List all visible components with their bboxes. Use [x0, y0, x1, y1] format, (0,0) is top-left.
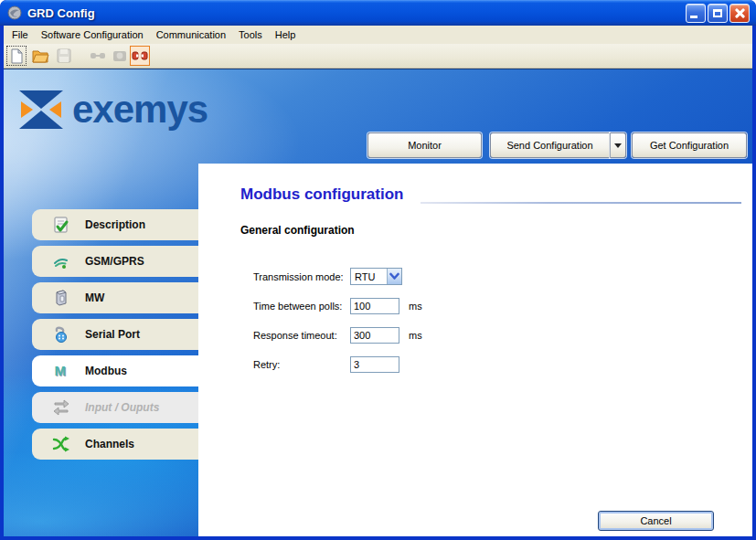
menubar: File Software Configuration Communicatio…: [4, 26, 752, 44]
sidebar-item-label: Serial Port: [85, 328, 140, 341]
app-icon: [7, 5, 22, 20]
sidebar-item-description[interactable]: Description: [32, 209, 198, 240]
sidebar-item-input-outputs: Input / Ouputs: [32, 392, 198, 423]
brand-name: exemys: [72, 90, 208, 129]
page-title: Modbus configuration: [240, 185, 403, 204]
retry-input[interactable]: [350, 356, 399, 373]
exemys-logo-icon: [18, 90, 64, 130]
save-icon: [54, 46, 74, 66]
get-configuration-button[interactable]: Get Configuration: [632, 132, 747, 158]
brand-logo: exemys: [18, 90, 208, 130]
open-folder-icon[interactable]: [30, 46, 50, 66]
field-label: Transmission mode:: [253, 271, 350, 282]
connect-icon: [88, 46, 108, 66]
send-configuration-button[interactable]: Send Configuration: [490, 132, 610, 158]
modbus-icon: M M: [52, 362, 70, 380]
disconnect-icon[interactable]: [130, 46, 150, 66]
menu-software-configuration[interactable]: Software Configuration: [35, 26, 150, 43]
response-timeout-input[interactable]: [350, 327, 399, 344]
input-outputs-icon: [52, 398, 70, 417]
title-divider: [421, 202, 741, 204]
toolbar: [4, 44, 752, 69]
minimize-button[interactable]: [686, 4, 706, 23]
menu-communication[interactable]: Communication: [150, 26, 232, 43]
field-label: Time between polls:: [253, 301, 350, 312]
field-unit: ms: [409, 301, 422, 312]
field-row-retry: Retry:: [253, 355, 409, 373]
settings-icon: [110, 46, 130, 66]
main-area: exemys Monitor Send Configuration Get Co…: [4, 69, 752, 536]
sidebar-item-label: Modbus: [85, 365, 127, 377]
field-row-response-timeout: Response timeout: ms: [253, 326, 422, 344]
select-dropdown-button[interactable]: [387, 269, 401, 284]
field-unit: ms: [409, 330, 422, 341]
new-file-icon[interactable]: [6, 46, 27, 66]
serial-port-icon: [52, 325, 70, 344]
window-controls: [686, 4, 750, 23]
monitor-button[interactable]: Monitor: [367, 132, 482, 158]
titlebar: GRD Config: [0, 0, 756, 26]
gsm-icon: [52, 252, 70, 270]
sidebar-item-gsm-gprs[interactable]: GSM/GPRS: [32, 246, 198, 277]
menu-help[interactable]: Help: [269, 26, 303, 43]
app-window: GRD Config File Software Configuration C…: [0, 0, 756, 540]
sidebar-item-label: Input / Ouputs: [85, 401, 159, 414]
close-button[interactable]: [729, 4, 750, 23]
maximize-button[interactable]: [708, 4, 728, 23]
section-title: General configuration: [240, 224, 355, 237]
sidebar-item-label: Channels: [85, 438, 134, 450]
sidebar-item-serial-port[interactable]: Serial Port: [32, 319, 198, 350]
mw-icon: [52, 289, 70, 307]
send-configuration-dropdown-button[interactable]: [610, 132, 626, 158]
sidebar-item-modbus[interactable]: M M Modbus: [32, 355, 198, 386]
minimize-icon: [690, 16, 697, 18]
cancel-button[interactable]: Cancel: [598, 511, 714, 531]
sidebar-item-label: MW: [85, 291, 104, 304]
field-label: Response timeout:: [253, 330, 350, 341]
transmission-mode-select[interactable]: RTU: [350, 268, 402, 285]
time-between-polls-input[interactable]: [350, 298, 399, 314]
sidebar-item-channels[interactable]: Channels: [32, 429, 198, 460]
content-panel: Modbus configuration General configurati…: [198, 164, 752, 536]
field-label: Retry:: [253, 359, 350, 370]
sidebar-item-label: GSM/GPRS: [85, 255, 144, 268]
description-icon: [52, 216, 70, 234]
window-title: GRD Config: [27, 6, 95, 20]
field-row-time-between-polls: Time between polls: ms: [253, 297, 422, 314]
channels-icon: [52, 435, 70, 453]
sidebar-item-label: Description: [85, 218, 145, 231]
menu-file[interactable]: File: [5, 26, 35, 43]
transmission-mode-value: RTU: [351, 271, 387, 282]
chevron-down-icon: [614, 143, 622, 148]
svg-text:M: M: [55, 363, 67, 378]
sidebar-item-mw[interactable]: MW: [32, 282, 198, 313]
chevron-down-icon: [389, 272, 399, 281]
field-row-transmission-mode: Transmission mode: RTU: [253, 268, 411, 285]
maximize-icon: [713, 9, 722, 17]
menu-tools[interactable]: Tools: [232, 26, 269, 43]
